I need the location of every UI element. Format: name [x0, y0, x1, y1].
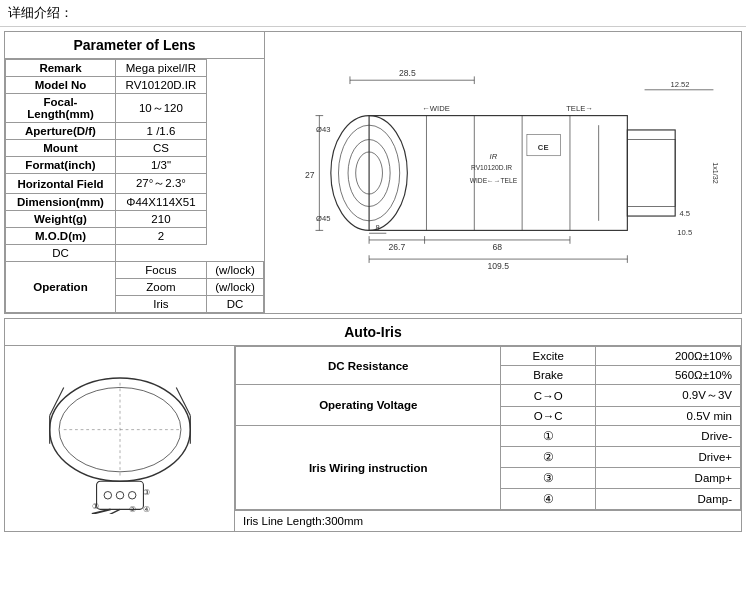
svg-point-53 [116, 491, 124, 499]
operating-voltage-label: Operating Voltage [236, 385, 501, 426]
iris-connector-svg: ① ② ③ ④ [30, 364, 210, 514]
table-row: Mount CS [6, 140, 264, 157]
wire1-label: ① [501, 426, 596, 447]
mod-value: 2 [116, 228, 207, 245]
svg-text:4.5: 4.5 [679, 209, 690, 218]
svg-text:109.5: 109.5 [487, 260, 509, 270]
mod-label: M.O.D(m) [6, 228, 116, 245]
hfield-value: 27°～2.3° [116, 174, 207, 194]
focus-sub: Focus [116, 262, 207, 279]
iris-content: ① ② ③ ④ DC Resistance [5, 346, 741, 531]
focus-val: (w/lock) [206, 262, 263, 279]
dimension-value: Φ44X114X51 [116, 194, 207, 211]
focal-value: 10～120 [116, 94, 207, 123]
table-row: Focal-Length(mm) 10～120 [6, 94, 264, 123]
cto-label: C→O [501, 385, 596, 407]
mount-label: Mount [6, 140, 116, 157]
focal-label: Focal-Length(mm) [6, 94, 116, 123]
svg-rect-14 [627, 129, 675, 215]
model-label: Model No [6, 77, 116, 94]
wire4-value: Damp- [596, 489, 741, 510]
hfield-label: Horizontal Field [6, 174, 116, 194]
svg-text:27: 27 [305, 169, 315, 179]
wire3-label: ③ [501, 468, 596, 489]
table-row: Model No RV10120D.IR [6, 77, 264, 94]
zoom-val: (w/lock) [206, 279, 263, 296]
svg-text:RV10120D.IR: RV10120D.IR [471, 164, 512, 171]
svg-text:1x1/32: 1x1/32 [711, 162, 719, 184]
iris-value: DC [6, 245, 116, 262]
weight-label: Weight(g) [6, 211, 116, 228]
brake-value: 560Ω±10% [596, 366, 741, 385]
wire2-label: ② [501, 447, 596, 468]
zoom-sub: Zoom [116, 279, 207, 296]
table-row: Iris Wiring instruction ① Drive- [236, 426, 741, 447]
table-row: Aperture(D/f) 1 /1.6 [6, 123, 264, 140]
table-row: Operating Voltage C→O 0.9V～3V [236, 385, 741, 407]
table-row: M.O.D(m) 2 [6, 228, 264, 245]
iris-table: DC Resistance Excite 200Ω±10% Brake 560Ω… [235, 346, 741, 510]
lens-section: Parameter of Lens Remark Mega pixel/IR M… [4, 31, 742, 314]
iris-section-title: Auto-Iris [5, 319, 741, 346]
table-row: Format(inch) 1/3" [6, 157, 264, 174]
aperture-label: Aperture(D/f) [6, 123, 116, 140]
wire3-value: Damp+ [596, 468, 741, 489]
iris-wiring-label: Iris Wiring instruction [236, 426, 501, 510]
svg-rect-15 [627, 139, 675, 206]
remark-label: Remark [6, 60, 116, 77]
otc-value: 0.5V min [596, 407, 741, 426]
svg-point-54 [128, 491, 136, 499]
brake-label: Brake [501, 366, 596, 385]
operation-label: Operation [6, 262, 116, 313]
svg-text:WIDE←→TELE: WIDE←→TELE [470, 176, 518, 183]
format-value: 1/3" [116, 157, 207, 174]
iris-table-container: DC Resistance Excite 200Ω±10% Brake 560Ω… [235, 346, 741, 531]
svg-text:④: ④ [143, 504, 150, 514]
mount-value: CS [116, 140, 207, 157]
svg-text:Ø45: Ø45 [316, 213, 330, 222]
iris-section: Auto-Iris [4, 318, 742, 532]
svg-text:12.52: 12.52 [670, 79, 689, 88]
lens-section-title: Parameter of Lens [5, 32, 264, 59]
iris-line-length: Iris Line Length:300mm [235, 510, 741, 531]
cto-value: 0.9V～3V [596, 385, 741, 407]
table-row: DC Resistance Excite 200Ω±10% [236, 347, 741, 366]
table-row: Weight(g) 210 [6, 211, 264, 228]
dimension-label: Dimension(mm) [6, 194, 116, 211]
wire2-value: Drive+ [596, 447, 741, 468]
svg-text:26.7: 26.7 [388, 242, 405, 252]
format-label: Format(inch) [6, 157, 116, 174]
svg-text:68: 68 [492, 242, 502, 252]
table-row-operation-iris: DC [6, 245, 264, 262]
iris-sub: Iris [116, 296, 207, 313]
param-table: Remark Mega pixel/IR Model No RV10120D.I… [5, 59, 264, 313]
iris-diagram: ① ② ③ ④ [5, 346, 235, 531]
header-label: 详细介绍： [8, 5, 73, 20]
lens-table-container: Parameter of Lens Remark Mega pixel/IR M… [5, 32, 265, 313]
svg-text:←WIDE: ←WIDE [422, 103, 450, 112]
excite-label: Excite [501, 347, 596, 366]
table-row: Remark Mega pixel/IR [6, 60, 264, 77]
svg-text:28.5: 28.5 [399, 68, 416, 78]
table-row: Horizontal Field 27°～2.3° [6, 174, 264, 194]
weight-value: 210 [116, 211, 207, 228]
svg-text:CE: CE [538, 143, 549, 152]
svg-text:TELE→: TELE→ [566, 103, 593, 112]
excite-value: 200Ω±10% [596, 347, 741, 366]
iris-val: DC [206, 296, 263, 313]
remark-value: Mega pixel/IR [116, 60, 207, 77]
lens-diagram-svg: 28.5 CE [271, 63, 735, 283]
lens-diagram: 28.5 CE [265, 32, 741, 313]
svg-text:8: 8 [376, 223, 380, 232]
model-value: RV10120D.IR [116, 77, 207, 94]
wire1-value: Drive- [596, 426, 741, 447]
svg-text:③: ③ [143, 487, 150, 497]
dc-resistance-label: DC Resistance [236, 347, 501, 385]
svg-text:①: ① [91, 501, 98, 511]
wire4-label: ④ [501, 489, 596, 510]
table-row: Dimension(mm) Φ44X114X51 [6, 194, 264, 211]
aperture-value: 1 /1.6 [116, 123, 207, 140]
table-row: Operation Focus (w/lock) [6, 262, 264, 279]
top-header: 详细介绍： [0, 0, 746, 27]
svg-text:IR: IR [490, 151, 498, 160]
